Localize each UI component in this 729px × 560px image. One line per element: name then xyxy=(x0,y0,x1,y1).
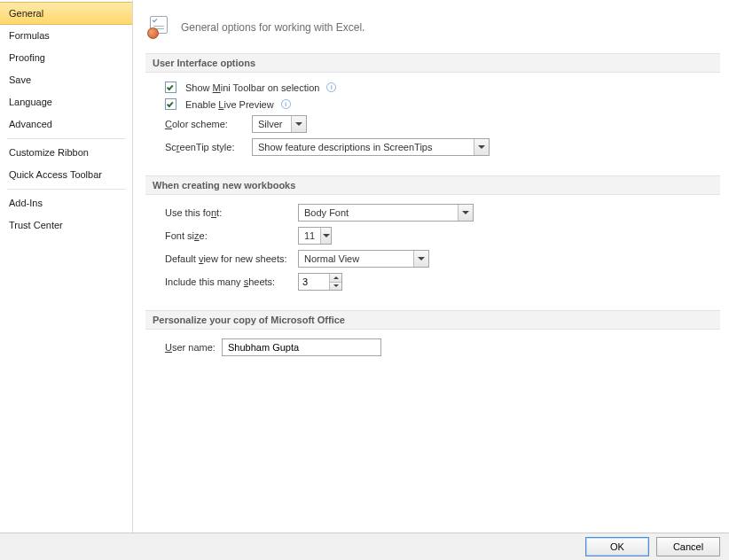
page-title: General options for working with Excel. xyxy=(181,21,364,34)
font-size-label: Font size: xyxy=(165,230,298,241)
sidebar-item-label: Customize Ribbon xyxy=(9,147,89,158)
chevron-down-icon xyxy=(458,205,473,221)
font-size-select[interactable]: 11 xyxy=(298,227,332,245)
sidebar-item-formulas[interactable]: Formulas xyxy=(0,25,132,47)
row-screentip-style: ScreenTip style: Show feature descriptio… xyxy=(165,138,720,156)
color-scheme-label: Color scheme: xyxy=(165,119,252,129)
options-icon xyxy=(147,16,172,39)
sidebar-separator xyxy=(7,138,125,139)
sidebar-item-label: Language xyxy=(9,97,52,107)
chevron-down-icon xyxy=(320,228,331,244)
sidebar-item-label: Add-Ins xyxy=(9,198,43,208)
section-personalize: Personalize your copy of Microsoft Offic… xyxy=(145,310,720,370)
live-preview-label: Enable Live Preview xyxy=(185,99,274,110)
row-user-name: User name: xyxy=(165,338,720,356)
live-preview-checkbox[interactable] xyxy=(165,98,176,110)
row-mini-toolbar: Show Mini Toolbar on selection i xyxy=(165,82,720,93)
section-header: Personalize your copy of Microsoft Offic… xyxy=(145,310,720,330)
content-pane: General options for working with Excel. … xyxy=(133,0,729,533)
sidebar-item-label: Formulas xyxy=(9,30,50,41)
dialog-body: General Formulas Proofing Save Language … xyxy=(0,0,729,533)
chevron-down-icon xyxy=(474,139,489,155)
sidebar-item-label: Trust Center xyxy=(9,220,63,230)
sidebar-item-trust-center[interactable]: Trust Center xyxy=(0,214,132,237)
sidebar-item-label: Save xyxy=(9,74,31,85)
sidebar-item-general[interactable]: General xyxy=(0,2,132,25)
include-sheets-spinner[interactable] xyxy=(298,273,342,291)
info-icon[interactable]: i xyxy=(326,82,336,92)
mini-toolbar-checkbox[interactable] xyxy=(165,82,176,93)
category-sidebar: General Formulas Proofing Save Language … xyxy=(0,0,133,533)
screentip-label: ScreenTip style: xyxy=(165,142,252,152)
default-view-select[interactable]: Normal View xyxy=(298,250,429,268)
select-value: 11 xyxy=(299,228,320,244)
info-icon[interactable]: i xyxy=(281,99,291,109)
chevron-down-icon xyxy=(413,251,428,267)
screentip-style-select[interactable]: Show feature descriptions in ScreenTips xyxy=(252,138,490,156)
section-body: User name: xyxy=(145,338,720,370)
sidebar-item-label: Proofing xyxy=(9,52,45,63)
sidebar-item-save[interactable]: Save xyxy=(0,69,132,91)
row-default-view: Default view for new sheets: Normal View xyxy=(165,250,720,268)
chevron-down-icon xyxy=(291,116,306,132)
section-header: When creating new workbooks xyxy=(145,175,720,195)
use-font-label: Use this font: xyxy=(165,207,298,218)
spinner-down-icon[interactable] xyxy=(330,283,341,291)
sidebar-item-quick-access-toolbar[interactable]: Quick Access Toolbar xyxy=(0,164,132,186)
use-font-select[interactable]: Body Font xyxy=(298,204,474,222)
sidebar-separator xyxy=(7,189,125,190)
sidebar-item-add-ins[interactable]: Add-Ins xyxy=(0,192,132,214)
sidebar-item-label: General xyxy=(9,8,43,19)
sidebar-item-customize-ribbon[interactable]: Customize Ribbon xyxy=(0,142,132,164)
section-body: Show Mini Toolbar on selection i Enable … xyxy=(145,82,720,170)
row-include-sheets: Include this many sheets: xyxy=(165,273,720,291)
page-header: General options for working with Excel. xyxy=(145,7,720,53)
row-live-preview: Enable Live Preview i xyxy=(165,98,720,110)
row-color-scheme: Color scheme: Silver xyxy=(165,115,720,133)
mini-toolbar-label: Show Mini Toolbar on selection xyxy=(185,82,319,93)
sidebar-item-label: Quick Access Toolbar xyxy=(9,169,102,180)
options-dialog: General Formulas Proofing Save Language … xyxy=(0,0,729,560)
section-header: User Interface options xyxy=(145,53,720,73)
row-font-size: Font size: 11 xyxy=(165,227,720,245)
spinner-input[interactable] xyxy=(299,274,329,290)
select-value: Body Font xyxy=(299,205,458,221)
dialog-footer: OK Cancel xyxy=(0,533,729,560)
default-view-label: Default view for new sheets: xyxy=(165,253,298,264)
row-use-font: Use this font: Body Font xyxy=(165,204,720,222)
include-sheets-label: Include this many sheets: xyxy=(165,276,298,287)
sidebar-item-advanced[interactable]: Advanced xyxy=(0,113,132,136)
section-new-workbooks: When creating new workbooks Use this fon… xyxy=(145,175,720,305)
section-ui-options: User Interface options Show Mini Toolbar… xyxy=(145,53,720,170)
spinner-buttons xyxy=(329,274,341,290)
select-value: Normal View xyxy=(299,251,413,267)
sidebar-item-label: Advanced xyxy=(9,119,52,129)
cancel-button[interactable]: Cancel xyxy=(656,537,720,556)
section-body: Use this font: Body Font Font size: 11 xyxy=(145,204,720,305)
user-name-input[interactable] xyxy=(222,338,381,356)
ok-button[interactable]: OK xyxy=(585,537,649,556)
user-name-label: User name: xyxy=(165,342,222,353)
select-value: Silver xyxy=(253,116,291,132)
select-value: Show feature descriptions in ScreenTips xyxy=(253,139,474,155)
sidebar-item-proofing[interactable]: Proofing xyxy=(0,47,132,69)
spinner-up-icon[interactable] xyxy=(330,274,341,283)
sidebar-item-language[interactable]: Language xyxy=(0,91,132,113)
color-scheme-select[interactable]: Silver xyxy=(252,115,307,133)
